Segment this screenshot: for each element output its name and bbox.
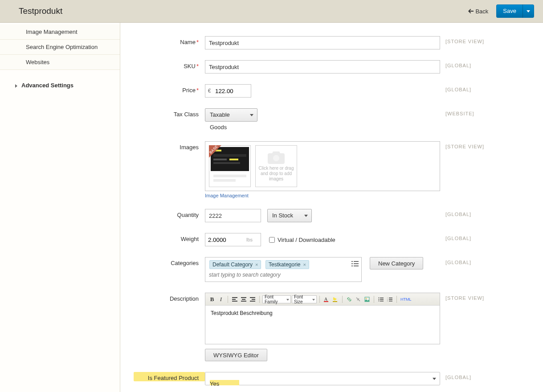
scope-sku: [GLOBAL] [445, 60, 494, 68]
svg-rect-10 [351, 261, 353, 262]
toolbar-separator [228, 296, 228, 303]
wysiwyg-editor-button[interactable]: WYSIWYG Editor [205, 349, 267, 361]
align-left-icon [232, 297, 237, 302]
label-quantity: Quantity [134, 209, 205, 218]
categories-search-input[interactable] [208, 270, 335, 280]
categories-input[interactable]: Default Category × Testkategorie × [205, 257, 362, 282]
italic-button[interactable]: I [217, 295, 225, 303]
align-center-button[interactable] [240, 295, 248, 303]
html-button[interactable]: HTML [400, 295, 412, 303]
virtual-checkbox-wrap[interactable]: Virtual / Downloadable [269, 237, 335, 243]
scope-images: [STORE VIEW] [445, 141, 494, 149]
weight-unit: lbs [246, 237, 255, 242]
scope-taxclass: [WEBSITE] [445, 108, 494, 116]
image-upload-placeholder[interactable]: Click here or drag and drop to add image… [255, 145, 297, 187]
tax-class-select[interactable]: Taxable Goods [205, 108, 257, 122]
svg-rect-28 [389, 298, 392, 298]
bold-button[interactable]: B [208, 295, 216, 303]
font-family-select[interactable]: Font Family [262, 295, 291, 303]
remove-token-icon[interactable]: × [255, 262, 258, 267]
svg-rect-3 [213, 159, 227, 160]
label-images: Images [134, 141, 205, 151]
weight-input[interactable] [205, 233, 246, 246]
unlink-icon [355, 297, 361, 302]
svg-rect-4 [229, 159, 238, 160]
description-textarea[interactable]: Testprodukt Beschreibung [205, 306, 440, 344]
svg-rect-8 [213, 179, 236, 182]
svg-rect-12 [351, 263, 353, 264]
stock-status-select[interactable]: In Stock [267, 209, 312, 222]
svg-point-9 [273, 155, 279, 161]
label-description: Description [134, 293, 205, 302]
sku-input[interactable] [205, 60, 440, 74]
svg-point-21 [379, 297, 380, 298]
align-right-button[interactable] [249, 295, 257, 303]
price-input-wrap: € [205, 84, 251, 98]
category-token: Testkategorie × [265, 260, 309, 269]
scope-name: [STORE VIEW] [445, 36, 494, 44]
image-button[interactable] [363, 295, 371, 303]
unlink-button[interactable] [354, 295, 362, 303]
scope-featured: [GLOBAL] [445, 372, 494, 380]
toolbar-separator [342, 296, 343, 303]
currency-symbol: € [205, 88, 213, 94]
label-weight: Weight [134, 233, 205, 242]
remove-token-icon[interactable]: × [303, 262, 306, 267]
label-categories: Categories [134, 257, 205, 266]
svg-rect-11 [354, 261, 359, 262]
sidebar-item-image-management[interactable]: Image Management [0, 24, 120, 40]
svg-rect-26 [380, 301, 384, 302]
sidebar-group-advanced-settings[interactable]: Advanced Settings [0, 78, 120, 93]
svg-rect-22 [380, 298, 384, 298]
font-size-select[interactable]: Font Size [292, 295, 317, 303]
save-button[interactable]: Save [496, 4, 534, 18]
align-right-icon [250, 297, 255, 302]
svg-rect-6 [211, 171, 249, 185]
sidebar-item-websites[interactable]: Websites [0, 55, 120, 70]
svg-text:A: A [324, 297, 328, 302]
title-bar: Testprodukt Back Save [0, 0, 543, 23]
link-icon [347, 297, 352, 302]
category-token: Default Category × [209, 260, 261, 269]
virtual-checkbox[interactable] [269, 237, 275, 243]
back-button[interactable]: Back [468, 8, 488, 15]
arrow-left-icon [468, 9, 474, 13]
sidebar-item-seo[interactable]: Search Engine Optimization [0, 40, 120, 55]
ordered-list-icon: 123 [387, 297, 392, 302]
toolbar-separator [259, 296, 260, 303]
ol-button[interactable]: 123 [386, 295, 394, 303]
is-featured-select[interactable]: Yes [205, 372, 440, 385]
image-management-link[interactable]: Image Management [205, 193, 440, 198]
ul-button[interactable] [377, 295, 385, 303]
quantity-input[interactable] [205, 209, 261, 222]
align-left-button[interactable] [231, 295, 239, 303]
svg-rect-5 [213, 162, 240, 164]
link-button[interactable] [345, 295, 353, 303]
svg-rect-2 [213, 154, 246, 157]
label-is-featured: Is Featured Product [134, 372, 205, 381]
editor-toolbar: B I Font Fam [205, 293, 440, 306]
bg-color-button[interactable] [331, 295, 339, 303]
sidebar: Image Management Search Engine Optimizat… [0, 23, 120, 392]
scope-price: [GLOBAL] [445, 84, 494, 92]
svg-text:3: 3 [387, 300, 388, 302]
svg-rect-24 [380, 299, 384, 300]
name-input[interactable] [205, 36, 440, 49]
new-category-button[interactable]: New Category [370, 257, 423, 270]
toolbar-separator [374, 296, 374, 303]
svg-rect-7 [213, 175, 246, 177]
text-color-button[interactable]: A [323, 295, 331, 303]
image-icon [364, 297, 370, 302]
svg-rect-13 [354, 263, 359, 264]
save-dropdown-caret[interactable] [523, 10, 534, 12]
svg-rect-17 [324, 301, 328, 302]
product-form: Name* [STORE VIEW] SKU* [GLOBAL] Price* [120, 23, 543, 392]
price-input[interactable] [213, 85, 250, 97]
scope-quantity: [GLOBAL] [445, 209, 494, 217]
camera-icon [268, 151, 285, 164]
image-thumbnail-base[interactable]: BASE [209, 145, 251, 187]
toolbar-separator [396, 296, 397, 303]
category-list-icon[interactable] [351, 260, 359, 267]
svg-point-25 [379, 300, 380, 301]
description-editor: B I Font Fam [205, 293, 440, 344]
